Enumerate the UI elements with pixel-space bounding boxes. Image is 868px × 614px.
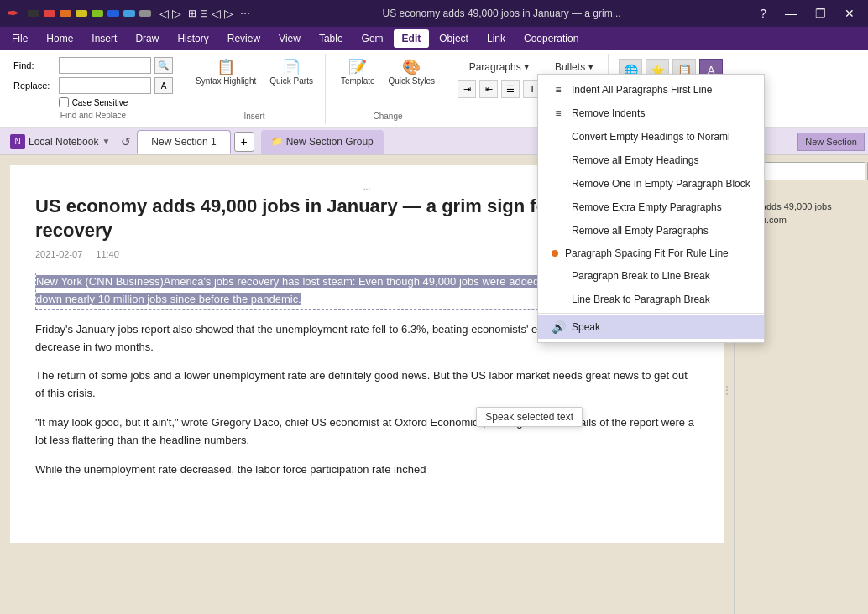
section-group-icon: 📁 (271, 136, 283, 147)
remove-all-empty-headings-icon (552, 154, 565, 167)
quick-styles-button[interactable]: 🎨 Quick Styles (384, 57, 441, 88)
dropdown-item-line-break[interactable]: Line Break to Paragraph Break (538, 288, 764, 311)
quick-parts-button[interactable]: 📄 Quick Parts (264, 57, 318, 88)
change-section-label: Change (374, 112, 403, 121)
view-toggle2-button[interactable]: ⊟ (200, 8, 208, 19)
quick-styles-label: Quick Styles (389, 76, 436, 86)
dropdown-menu: ≡ Indent All Paragraphs First Line ≡ Rem… (537, 74, 765, 343)
menu-object[interactable]: Object (431, 29, 477, 48)
dropdown-item-indent-all[interactable]: ≡ Indent All Paragraphs First Line (538, 78, 764, 101)
pen-icon-blue (107, 10, 119, 17)
find-row: Find: 🔍 (13, 57, 173, 74)
drag-handle[interactable]: ⋮ (722, 384, 732, 396)
dropdown-item-speak[interactable]: 🔊 Speak (538, 315, 764, 339)
title-bar: ✒ ◁ ▷ ⊞ ⊟ ◁ ▷ ⋯ US economy adds 49,000 j… (0, 0, 868, 27)
page-date: 2021-02-07 (35, 249, 82, 259)
dropdown-divider (538, 313, 764, 314)
window-controls: ? — ❐ ✕ (753, 5, 861, 22)
case-sensitive-checkbox[interactable] (59, 97, 69, 107)
active-tab[interactable]: New Section 1 (137, 130, 230, 154)
menu-insert[interactable]: Insert (83, 29, 125, 48)
spacing-dot (552, 250, 558, 257)
body-paragraph-3: The return of some jobs and a lower unem… (35, 367, 698, 403)
minimize-button[interactable]: — (778, 5, 803, 22)
add-tab-button[interactable]: + (234, 132, 254, 152)
menu-cooperation[interactable]: Cooperation (515, 29, 587, 48)
remove-indents-icon: ≡ (552, 107, 565, 120)
pen-icon-gray (139, 10, 151, 17)
section-group-tab[interactable]: 📁 New Section Group (261, 130, 384, 154)
menu-history[interactable]: History (169, 29, 217, 48)
tab-undo-button[interactable]: ↺ (117, 133, 135, 151)
menu-link[interactable]: Link (478, 29, 514, 48)
remove-extra-icon (552, 200, 565, 214)
window-title: US economy adds 49,000 jobs in January —… (250, 8, 753, 19)
syntax-highlight-button[interactable]: 📋 Syntax Highlight (191, 57, 261, 88)
quick-parts-label: Quick Parts (269, 76, 313, 86)
dropdown-item-remove-indents[interactable]: ≡ Remove Indents (538, 101, 764, 125)
dropdown-item-remove-all-empty-headings-label: Remove all Empty Headings (572, 154, 698, 166)
menu-draw[interactable]: Draw (127, 29, 167, 48)
bullets-group: Bullets ▼ (548, 59, 601, 75)
menu-table[interactable]: Table (311, 29, 352, 48)
view-toggle-button[interactable]: ⊞ (188, 8, 196, 19)
replace-input[interactable] (59, 77, 151, 94)
menu-review[interactable]: Review (219, 29, 269, 48)
close-button[interactable]: ✕ (838, 5, 861, 22)
dropdown-item-remove-all-empty-headings[interactable]: Remove all Empty Headings (538, 148, 764, 172)
para-break-icon (552, 269, 565, 283)
add-tab-icon: + (241, 135, 248, 148)
menu-edit[interactable]: Edit (394, 29, 430, 48)
list-button[interactable]: ☰ (501, 80, 520, 98)
dropdown-item-convert-headings[interactable]: Convert Empty Headings to Noraml (538, 125, 764, 148)
speak-tooltip-text: Speak selected text (485, 411, 573, 423)
pen-icon-lightblue (123, 10, 135, 17)
bullets-button[interactable]: Bullets ▼ (548, 59, 601, 75)
redo-button[interactable]: ▷ (172, 7, 181, 20)
line-break-icon (552, 293, 565, 306)
notebook-icon: N (10, 134, 25, 149)
find-input[interactable] (59, 57, 151, 74)
paragraphs-button[interactable]: Paragraphs ▼ (463, 59, 537, 75)
dropdown-item-para-break-label: Paragraph Break to Line Break (572, 270, 710, 282)
outdent-button[interactable]: ⇤ (479, 80, 498, 98)
paragraphs-label: Paragraphs (469, 61, 521, 73)
menu-view[interactable]: View (270, 29, 309, 48)
menu-gem[interactable]: Gem (353, 29, 392, 48)
find-replace-section-label: Find and Replace (60, 111, 126, 120)
maximize-button[interactable]: ❐ (808, 5, 833, 22)
ribbon-insert-section: 📋 Syntax Highlight 📄 Quick Parts Insert (184, 54, 326, 124)
pen-icons (28, 10, 153, 17)
dropdown-item-speak-label: Speak (572, 321, 600, 333)
notebook-label[interactable]: N Local Notebook ▼ (3, 134, 117, 149)
syntax-label: Syntax Highlight (196, 76, 256, 86)
dropdown-item-remove-one-empty[interactable]: Remove One in Empty Paragraph Block (538, 172, 764, 195)
find-search-button[interactable]: 🔍 (154, 57, 173, 74)
dropdown-item-indent-all-label: Indent All Paragraphs First Line (572, 84, 712, 96)
case-sensitive-label: Case Sensitive (72, 98, 128, 107)
dropdown-item-para-break[interactable]: Paragraph Break to Line Break (538, 264, 764, 288)
indent-button[interactable]: ⇥ (458, 80, 476, 98)
dropdown-item-remove-all-empty[interactable]: Remove all Empty Paragraphs (538, 219, 764, 242)
options-button[interactable]: ⋯ (240, 8, 250, 19)
dropdown-item-remove-extra[interactable]: Remove Extra Empty Paragraphs (538, 195, 764, 219)
replace-btn-icon[interactable]: A (154, 77, 173, 94)
title-bar-left: ✒ ◁ ▷ ⊞ ⊟ ◁ ▷ ⋯ (7, 4, 250, 23)
nav-forward-button[interactable]: ▷ (224, 7, 233, 20)
menu-bar: File Home Insert Draw History Review Vie… (0, 27, 868, 50)
ribbon-change-section: 📝 Template 🎨 Quick Styles Change (329, 54, 447, 124)
menu-file[interactable]: File (3, 29, 36, 48)
pen-icon-dark (28, 10, 39, 17)
bullets-label: Bullets (555, 61, 585, 73)
dropdown-item-spacing[interactable]: Paragraph Spacing Fit For Rule Line (538, 242, 764, 264)
new-section-button[interactable]: New Section (797, 133, 865, 151)
menu-home[interactable]: Home (38, 29, 81, 48)
dropdown-item-remove-indents-label: Remove Indents (572, 107, 645, 119)
nav-back-button[interactable]: ◁ (212, 7, 221, 20)
pen-icon-orange (60, 10, 71, 17)
template-button[interactable]: 📝 Template (336, 57, 380, 88)
dropdown-item-convert-headings-label: Convert Empty Headings to Noraml (572, 131, 730, 143)
undo-button[interactable]: ◁ (159, 7, 169, 20)
help-button[interactable]: ? (753, 5, 773, 22)
template-icon: 📝 (348, 60, 367, 75)
